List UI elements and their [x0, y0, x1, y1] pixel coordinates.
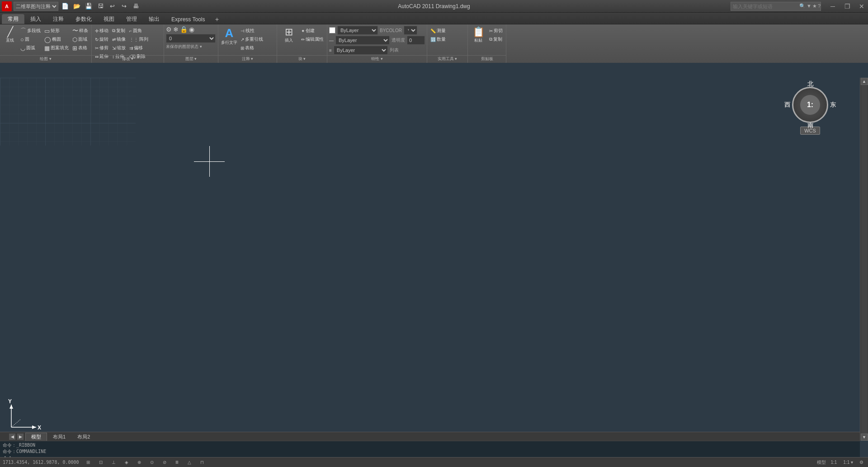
cut-btn[interactable]: ✂剪切 — [488, 27, 504, 35]
workspaces-btn[interactable]: ⚙ — [858, 459, 865, 465]
linetype-select[interactable]: ByLayer — [335, 36, 390, 45]
status-osnap-btn[interactable]: ⊕ — [136, 459, 143, 465]
tab-nav-right[interactable]: ▶ — [17, 434, 24, 440]
modify-array-btn[interactable]: ⋮⋮阵列 — [128, 35, 150, 43]
lineweight-select[interactable]: ByLayer — [334, 46, 388, 55]
ellipse-icon: ◯ — [44, 36, 51, 43]
search-input[interactable] — [731, 4, 799, 9]
color-dropdown[interactable]: ▼ — [404, 26, 417, 35]
quantity-btn[interactable]: 🔢数量 — [429, 35, 447, 43]
viewport-scale-btn[interactable]: 1:1 — [829, 459, 839, 465]
minimize-btn[interactable]: ─ — [826, 2, 839, 11]
new-file-btn[interactable]: 📄 — [60, 2, 70, 11]
search-help-icon[interactable]: ? — [818, 3, 821, 9]
tab-annotate[interactable]: 注释 — [47, 14, 70, 24]
modify-move-btn[interactable]: ✛移动 — [94, 27, 110, 35]
open-file-btn[interactable]: 📂 — [72, 2, 82, 11]
draw-rect-btn[interactable]: ▭矩形 — [43, 27, 70, 35]
dim-linear-btn[interactable]: ⊣线性 — [239, 27, 264, 35]
redo-btn[interactable]: ↪ — [119, 2, 129, 11]
mirror-icon: ⇌ — [112, 37, 116, 42]
modify-mirror-btn[interactable]: ⇌镜像 — [111, 35, 127, 43]
modify-copy-btn[interactable]: ⧉复制 — [111, 27, 127, 35]
tab-insert[interactable]: 插入 — [24, 14, 47, 24]
properties-group-label: 特性 ▾ — [327, 55, 427, 62]
ribbon-group-utilities: 📏测量 🔢数量 实用工具 ▾ — [427, 24, 468, 63]
edit-attr-btn[interactable]: ✏编辑属性 — [300, 35, 325, 43]
tab-home[interactable]: 常用 — [2, 14, 24, 24]
close-btn[interactable]: ✕ — [855, 2, 868, 11]
tab-view[interactable]: 视图 — [98, 14, 120, 24]
draw-table-btn[interactable]: ⊞表格 — [71, 44, 90, 52]
search-bar[interactable]: 🔍 ▼ ★ ? — [731, 2, 821, 11]
tab-manage[interactable]: 管理 — [120, 14, 143, 24]
measure-btn[interactable]: 📏测量 — [429, 27, 447, 35]
draw-line-btn[interactable]: ╱ 直线 — [2, 26, 18, 44]
canvas-area[interactable]: Y X 北 南 东 西 1: WCS — [0, 78, 860, 441]
compass-circle[interactable]: 北 南 东 西 1: — [792, 87, 828, 123]
search-star-icon[interactable]: ★ — [812, 3, 817, 9]
status-snap-btn[interactable]: ⊞ — [85, 459, 92, 465]
titlebar-left: A 二维草图与注释 📄 📂 💾 🖫 ↩ ↪ 🖶 — [0, 1, 141, 11]
status-polar-btn[interactable]: ◈ — [123, 459, 130, 465]
modify-group-label: 修改 ▾ — [92, 55, 164, 62]
text-btn[interactable]: A 多行文字 — [220, 26, 238, 47]
modify-trim-btn[interactable]: ✂修剪 — [94, 44, 110, 52]
transparency-input[interactable] — [407, 36, 425, 45]
copy-clipboard-btn[interactable]: ⧉复制 — [488, 35, 504, 43]
workspace-selector[interactable]: 二维草图与注释 — [14, 2, 58, 11]
ribbon-group-draw: ╱ 直线 ⌒多段线 ○圆 ◡圆弧 ▭矩形 ◯椭圆 ▦图案填充 〜样条 ⬡面域 ⊞… — [0, 24, 92, 63]
status-otrack-btn[interactable]: ⊙ — [148, 459, 156, 465]
status-dyn-btn[interactable]: Ⅲ — [174, 459, 180, 465]
status-tpmode-btn[interactable]: ⊓ — [198, 459, 206, 465]
utilities-group-label: 实用工具 ▾ — [427, 55, 467, 62]
status-lw-btn[interactable]: △ — [186, 459, 193, 465]
dim-multileader-btn[interactable]: ↗多重引线 — [239, 35, 264, 43]
scroll-up-btn[interactable]: ▲ — [861, 78, 868, 85]
status-ortho-btn[interactable]: ⊥ — [110, 459, 118, 465]
annotation-scale-btn[interactable]: 1:1 ▾ — [841, 459, 855, 465]
search-icon[interactable]: 🔍 — [799, 3, 806, 9]
tab-output[interactable]: 输出 — [143, 14, 165, 24]
save-as-btn[interactable]: 🖫 — [95, 2, 105, 11]
draw-ellipse-btn[interactable]: ◯椭圆 — [43, 35, 70, 43]
tab-nav-left[interactable]: ◀ — [9, 434, 15, 440]
print-btn[interactable]: 🖶 — [131, 2, 141, 11]
right-scrollbar[interactable]: ▲ ▼ — [860, 78, 868, 441]
tab-layout1[interactable]: 布局1 — [47, 433, 71, 441]
quantity-icon: 🔢 — [430, 37, 436, 42]
layer-selector[interactable]: 0 — [166, 34, 216, 43]
modify-scale-btn[interactable]: ⇲缩放 — [111, 44, 127, 52]
tab-express[interactable]: Express Tools — [165, 14, 211, 24]
transparency-btn[interactable]: 透明度 — [392, 37, 405, 43]
draw-hatch-btn[interactable]: ▦图案填充 — [43, 44, 70, 52]
insert-block-btn[interactable]: ⊞ 插入 — [279, 26, 299, 44]
undo-btn[interactable]: ↩ — [107, 2, 117, 11]
list-btn[interactable]: 列表 — [390, 47, 399, 53]
draw-spline-btn[interactable]: 〜样条 — [71, 27, 90, 35]
tab-layout2[interactable]: 布局2 — [71, 433, 96, 441]
draw-region-btn[interactable]: ⬡面域 — [71, 35, 90, 43]
paste-btn[interactable]: 📋 粘贴 — [470, 26, 487, 44]
tab-model[interactable]: 模型 — [25, 433, 47, 441]
scale-icon: ⇲ — [112, 46, 116, 51]
compass-inner[interactable]: 1: — [800, 95, 820, 115]
scroll-down-btn[interactable]: ▼ — [861, 434, 868, 441]
draw-arc-btn[interactable]: ◡圆弧 — [19, 44, 42, 52]
restore-btn[interactable]: ❐ — [841, 2, 854, 11]
draw-polyline-btn[interactable]: ⌒多段线 — [19, 27, 42, 35]
modify-fillet-btn[interactable]: ⌐圆角 — [128, 27, 150, 35]
tab-parametric[interactable]: 参数化 — [70, 14, 98, 24]
modify-rotate-btn[interactable]: ↻旋转 — [94, 35, 110, 43]
table-annotation-btn[interactable]: ⊞表格 — [239, 44, 264, 52]
scroll-track-vertical[interactable] — [861, 85, 868, 434]
search-dropdown-icon[interactable]: ▼ — [807, 3, 811, 9]
save-btn[interactable]: 💾 — [84, 2, 94, 11]
create-block-btn[interactable]: ✦创建 — [300, 27, 325, 35]
bylayer-color-select[interactable]: ByLayer — [337, 26, 378, 35]
draw-circle-btn[interactable]: ○圆 — [19, 35, 42, 43]
modify-offset-btn[interactable]: ⇉偏移 — [128, 44, 150, 52]
status-ducs-btn[interactable]: ⊘ — [161, 459, 168, 465]
tab-add[interactable]: ＋ — [211, 14, 223, 24]
status-grid-btn[interactable]: ⊡ — [97, 459, 104, 465]
